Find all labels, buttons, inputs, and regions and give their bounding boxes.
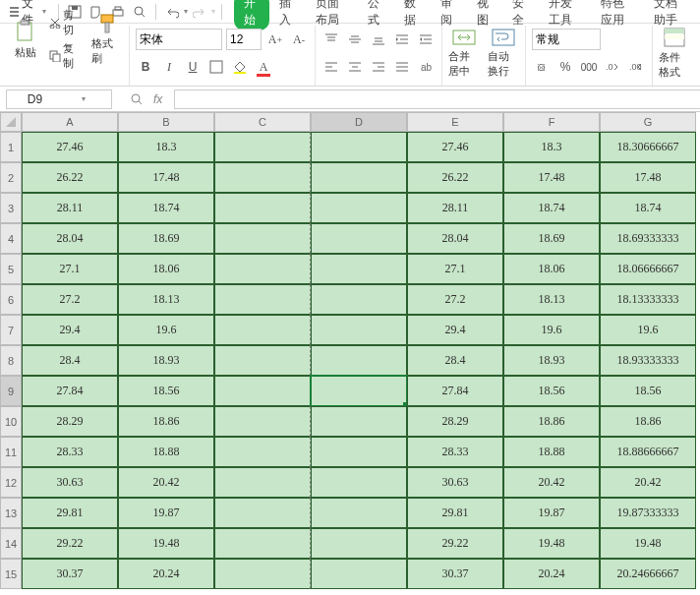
align-top-button[interactable] [321,30,341,49]
cell[interactable]: 18.86 [118,406,214,437]
cell[interactable]: 18.06666667 [600,254,696,284]
cell[interactable]: 20.42 [118,467,214,498]
row-header[interactable]: 5 [0,254,22,284]
grow-font-button[interactable]: A+ [265,30,285,49]
column-header[interactable]: B [118,112,214,132]
cell[interactable] [214,467,311,498]
cell[interactable] [214,559,311,589]
row-header[interactable]: 10 [0,406,22,437]
fill-color-button[interactable] [230,57,250,77]
cell[interactable]: 28.11 [407,193,503,223]
cell[interactable] [214,315,311,345]
row-header[interactable]: 11 [0,437,22,467]
cut-button[interactable]: 剪切 [45,7,88,38]
cell[interactable]: 28.11 [22,193,118,223]
cell[interactable] [214,284,311,315]
cell[interactable]: 18.74 [600,193,696,223]
cell[interactable]: 18.06 [118,254,214,284]
justify-button[interactable] [392,57,412,77]
cell[interactable]: 29.81 [407,498,503,528]
cell[interactable]: 18.13 [503,284,600,315]
cell[interactable]: 20.24 [503,559,600,589]
cell[interactable] [311,467,407,498]
row-header[interactable]: 14 [0,528,22,559]
cell[interactable]: 30.63 [22,467,118,498]
cell[interactable] [311,498,407,528]
row-header[interactable]: 2 [0,162,22,193]
redo-icon[interactable] [193,4,206,20]
cell[interactable] [311,437,407,467]
cell[interactable]: 26.22 [407,162,503,193]
font-color-button[interactable]: A [254,57,273,77]
indent-increase-button[interactable] [416,30,436,49]
cell[interactable] [311,254,407,284]
row-header[interactable]: 6 [0,284,22,315]
cell[interactable]: 27.46 [22,132,118,162]
cell[interactable]: 18.86 [503,406,600,437]
format-painter-button[interactable]: 格式刷 [91,13,123,66]
row-header[interactable]: 15 [0,559,22,589]
cell[interactable]: 27.46 [407,132,503,162]
cell[interactable]: 18.88 [503,437,600,467]
row-header[interactable]: 9 [0,376,22,406]
cell[interactable]: 18.88 [118,437,214,467]
cell[interactable]: 26.22 [22,162,118,193]
cell[interactable] [311,559,407,589]
cell[interactable]: 19.48 [118,528,214,559]
cell[interactable] [214,376,311,406]
cell[interactable]: 18.69 [118,223,214,254]
column-header[interactable]: D [311,112,407,132]
cell[interactable] [311,193,407,223]
cell[interactable] [311,162,407,193]
cell[interactable]: 17.48 [503,162,600,193]
number-format-select[interactable] [532,29,601,50]
cell[interactable]: 28.04 [407,223,503,254]
cell[interactable]: 17.48 [600,162,696,193]
cell[interactable]: 27.2 [22,284,118,315]
cell[interactable]: 29.81 [22,498,118,528]
italic-button[interactable]: I [159,57,179,77]
underline-button[interactable]: U [183,57,203,77]
cell[interactable]: 18.06 [503,254,600,284]
align-right-button[interactable] [369,57,388,77]
cell[interactable] [311,528,407,559]
cell[interactable]: 18.88666667 [600,437,696,467]
shrink-font-button[interactable]: A- [289,30,309,49]
font-size-select[interactable] [226,29,262,50]
row-header[interactable]: 3 [0,193,22,223]
comma-style-button[interactable]: 000 [579,57,599,77]
cell[interactable]: 18.30666667 [600,132,696,162]
orientation-button[interactable]: ab [416,57,436,77]
cell[interactable]: 28.29 [22,406,118,437]
cell[interactable]: 28.33 [407,437,503,467]
cell[interactable]: 18.13 [118,284,214,315]
cell[interactable]: 29.22 [407,528,503,559]
cell[interactable]: 18.56 [503,376,600,406]
select-all-corner[interactable] [0,112,22,132]
spreadsheet-grid[interactable]: ABCDEFG127.4618.327.4618.318.30666667226… [0,112,700,589]
cell[interactable] [311,132,407,162]
cell[interactable] [311,376,407,406]
cell[interactable] [214,528,311,559]
cell[interactable]: 28.29 [407,406,503,437]
merge-center-button[interactable]: 合并居中 [448,28,480,79]
cell[interactable]: 19.87 [503,498,600,528]
cell[interactable]: 18.69 [503,223,600,254]
cell[interactable] [214,254,311,284]
zoom-icon[interactable] [130,92,144,106]
formula-input[interactable] [174,89,700,109]
undo-icon[interactable] [165,4,179,20]
cell[interactable]: 18.93 [503,345,600,376]
cell[interactable] [214,406,311,437]
cell[interactable]: 29.22 [22,528,118,559]
cell[interactable] [214,223,311,254]
row-header[interactable]: 4 [0,223,22,254]
cell[interactable]: 28.04 [22,223,118,254]
copy-button[interactable]: 复制 [45,40,88,72]
preview-icon[interactable] [133,4,146,20]
cell[interactable]: 19.48 [503,528,600,559]
cell[interactable] [311,284,407,315]
cell[interactable]: 18.74 [503,193,600,223]
cell[interactable]: 18.3 [118,132,214,162]
increase-decimal-button[interactable]: .0 [603,57,622,77]
